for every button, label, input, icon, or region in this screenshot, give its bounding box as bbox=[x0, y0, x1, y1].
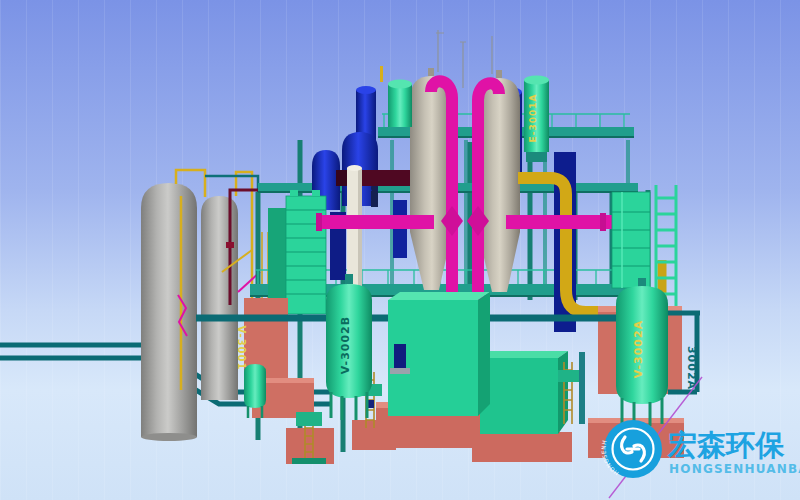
brand-name-en: HONGSENHUANBAO bbox=[669, 462, 800, 476]
maroon-valve bbox=[226, 242, 234, 248]
plate-heat-exchanger-left bbox=[268, 190, 326, 314]
tank-base-shadow bbox=[141, 433, 197, 441]
equipment-tag-3002a-dim: 3002A bbox=[685, 346, 698, 390]
plinth-box2 bbox=[472, 432, 572, 462]
green-cylinder-left bbox=[388, 84, 412, 127]
worker-figure bbox=[371, 185, 378, 208]
column-nozzle-2 bbox=[496, 70, 502, 78]
column-nozzle bbox=[428, 68, 434, 76]
storage-tank-small bbox=[201, 196, 238, 400]
equipment-tag-e3001a: E-3001A bbox=[528, 94, 538, 143]
box-tank-2 bbox=[480, 351, 568, 434]
brand-name-cn: 宏森环保 bbox=[667, 428, 785, 462]
plant-3d-render-view: E-3001A bbox=[0, 0, 800, 500]
storage-tank-large bbox=[141, 183, 197, 437]
equipment-tag-v3001: V-3001 bbox=[236, 326, 247, 371]
plant-3d-scene: E-3001A bbox=[0, 0, 800, 500]
yellow-vent-detail bbox=[380, 66, 383, 82]
magenta-flange-left bbox=[316, 213, 322, 231]
equipment-tag-v3002a: V-3002A bbox=[632, 320, 645, 378]
exchanger-pedestal bbox=[526, 152, 547, 162]
equipment-tag-v3002b: V-3002B bbox=[339, 316, 352, 374]
gray-column-1 bbox=[410, 76, 452, 290]
magenta-flange-right bbox=[600, 213, 606, 231]
